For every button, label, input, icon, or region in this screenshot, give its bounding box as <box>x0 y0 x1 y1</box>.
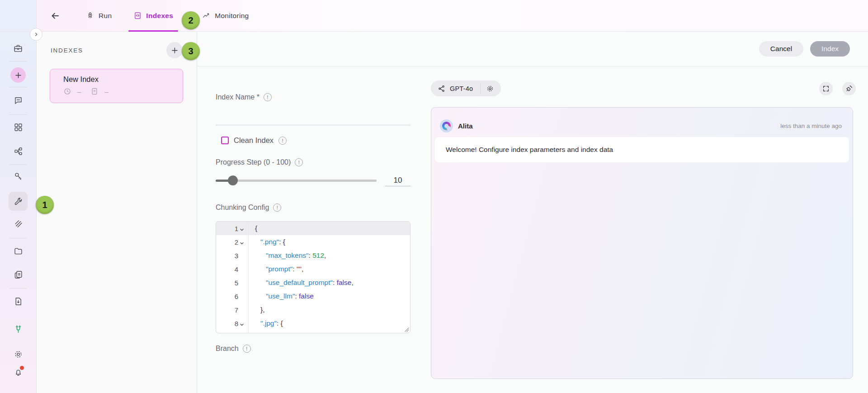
arrow-left-icon <box>50 10 61 21</box>
rail-divider <box>9 61 27 62</box>
index-name-input[interactable] <box>216 105 410 125</box>
content-area: Index Name * Clean Index Progress Step (… <box>197 66 868 393</box>
index-file-icon <box>133 11 142 20</box>
code-line[interactable]: 2 ".png": { <box>216 235 410 249</box>
sidebar-item-chats[interactable] <box>9 91 27 109</box>
app-screen: Run Indexes Monitoring INDEXES New Index… <box>0 0 868 393</box>
clock-icon <box>63 87 71 95</box>
create-new-button[interactable] <box>10 67 26 83</box>
chat-icon <box>14 96 23 105</box>
annotation-badge-1: 1 <box>36 196 54 214</box>
code-line[interactable]: 7 }, <box>216 303 410 317</box>
info-icon[interactable] <box>264 93 272 101</box>
index-item-name: New Index <box>63 75 183 84</box>
plus-icon <box>14 71 23 80</box>
index-form: Index Name * Clean Index Progress Step (… <box>197 66 411 393</box>
sidebar-item-settings[interactable] <box>9 345 27 363</box>
top-bar: Run Indexes Monitoring <box>37 0 868 32</box>
chat-message-bubble: Welcome! Configure index parameters and … <box>435 137 849 162</box>
tab-indexes-label: Indexes <box>146 12 173 20</box>
rail-divider <box>9 164 27 165</box>
cancel-button[interactable]: Cancel <box>759 41 803 57</box>
branch-label-row: Branch <box>216 345 411 353</box>
fullscreen-icon <box>822 85 830 92</box>
slider-thumb[interactable] <box>228 175 238 185</box>
annotation-badge-2: 2 <box>182 11 200 29</box>
sidebar-item-tags[interactable] <box>9 214 27 232</box>
index-list-item-new-index[interactable]: New Index – – <box>50 69 183 103</box>
chunking-config-label: Chunking Config <box>216 204 269 212</box>
plug-icon <box>14 324 23 334</box>
file-icon <box>90 87 99 95</box>
chat-timestamp: less than a minute ago <box>780 123 842 129</box>
progress-step-value-input[interactable] <box>385 175 410 186</box>
code-line[interactable]: 6 "use_llm": false <box>216 289 410 303</box>
model-selector-chip[interactable]: GPT-4o <box>431 80 501 96</box>
index-item-time: – <box>77 88 81 95</box>
sidebar-item-toolkits-selected[interactable] <box>9 192 28 211</box>
info-icon[interactable] <box>273 204 281 212</box>
fold-chevron-icon[interactable] <box>240 322 244 327</box>
clean-index-label: Clean Index <box>234 136 274 145</box>
chat-message-header: Alita less than a minute ago <box>431 108 853 133</box>
back-button[interactable] <box>49 10 61 22</box>
fold-chevron-icon[interactable] <box>240 227 244 232</box>
progress-step-slider[interactable] <box>216 175 377 186</box>
sidebar-item-datasources[interactable] <box>9 265 27 284</box>
annotation-badge-3: 3 <box>182 42 200 60</box>
fold-chevron-icon[interactable] <box>240 241 244 246</box>
slider-track[interactable] <box>216 180 377 182</box>
progress-step-label-row: Progress Step (0 - 100) <box>216 158 411 166</box>
fullscreen-button[interactable] <box>819 82 833 95</box>
code-line[interactable]: 5 "use_default_prompt": false, <box>216 276 410 289</box>
documents-icon <box>14 270 23 279</box>
tab-run[interactable]: Run <box>80 0 118 32</box>
info-icon[interactable] <box>243 345 251 353</box>
progress-step-label: Progress Step (0 - 100) <box>216 158 291 166</box>
index-name-label: Index Name * <box>216 93 259 101</box>
code-line[interactable]: 1 { <box>216 222 410 235</box>
sidebar-item-integrations[interactable] <box>9 320 27 338</box>
gear-icon <box>14 350 23 359</box>
sidebar-item-import[interactable] <box>9 292 27 310</box>
notification-dot <box>20 366 24 370</box>
main-area: Cancel Index Index Name * Clean Index Pr… <box>197 32 868 393</box>
grid-icon <box>14 123 23 132</box>
branch-label: Branch <box>216 345 239 353</box>
sidebar-item-pipelines[interactable] <box>9 142 27 160</box>
index-name-label-row: Index Name * <box>216 93 411 101</box>
tab-monitoring-label: Monitoring <box>215 12 249 20</box>
sidebar-item-apps[interactable] <box>9 118 27 136</box>
briefcase-icon <box>13 43 23 53</box>
sidebar-item-credentials[interactable] <box>9 167 27 185</box>
chunking-config-label-row: Chunking Config <box>216 204 411 212</box>
code-line[interactable]: 8 ".jpg": { <box>216 317 410 330</box>
chunking-config-editor[interactable]: 1 { 2 ".png": { 3 "max_tokens": 512, 4 "… <box>216 221 410 333</box>
sidebar-item-notifications[interactable] <box>9 363 27 381</box>
tab-indexes[interactable]: Indexes <box>127 0 179 32</box>
code-line[interactable]: 9 "max_tokens": 512, <box>216 330 410 333</box>
clean-index-row: Clean Index <box>221 136 411 145</box>
clear-chat-button[interactable] <box>842 82 856 95</box>
clean-index-checkbox[interactable] <box>221 137 229 144</box>
rail-divider <box>9 238 27 238</box>
sidebar-item-artifacts[interactable] <box>9 242 27 260</box>
broom-icon <box>845 85 853 92</box>
chart-icon <box>202 11 211 20</box>
model-settings-gear-icon[interactable] <box>486 85 494 93</box>
resize-handle-icon[interactable] <box>405 327 409 332</box>
chat-message-text: Welcome! Configure index parameters and … <box>446 146 613 153</box>
chevron-right-icon <box>33 31 39 38</box>
sidebar-expand-button[interactable] <box>30 28 42 41</box>
add-index-button[interactable] <box>166 42 183 58</box>
code-line[interactable]: 4 "prompt": "", <box>216 262 410 276</box>
chip-divider <box>480 84 481 94</box>
index-submit-button[interactable]: Index <box>810 41 850 57</box>
rocket-icon <box>86 11 94 20</box>
info-icon[interactable] <box>278 137 287 145</box>
chat-toolbar: GPT-4o <box>431 80 856 96</box>
sidebar-item-projects[interactable] <box>9 39 27 57</box>
tab-monitoring[interactable]: Monitoring <box>196 0 255 32</box>
info-icon[interactable] <box>295 158 303 166</box>
code-line[interactable]: 3 "max_tokens": 512, <box>216 249 410 262</box>
